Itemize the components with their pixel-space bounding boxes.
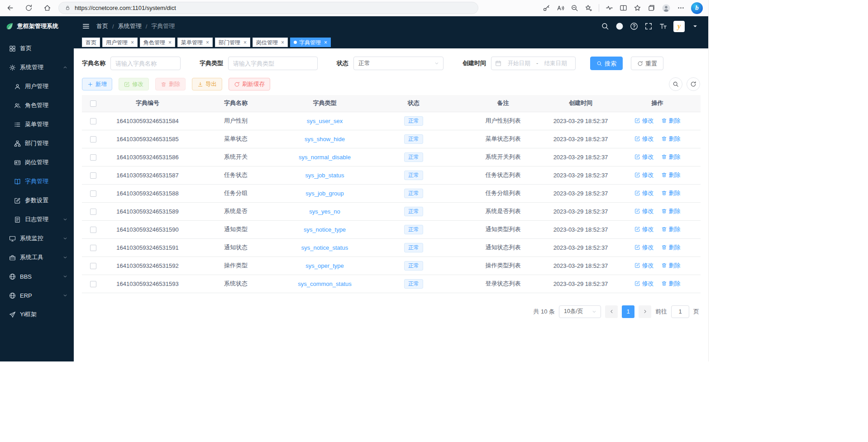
close-tab-icon[interactable]: × [324, 40, 327, 45]
header-search-icon[interactable] [601, 22, 609, 30]
fullscreen-icon[interactable] [644, 22, 653, 30]
back-icon[interactable] [6, 4, 14, 12]
row-edit-link[interactable]: 修改 [634, 117, 654, 125]
breadcrumb-system[interactable]: 系统管理 [118, 22, 142, 30]
close-tab-icon[interactable]: × [243, 40, 247, 45]
date-end-placeholder[interactable]: 结束日期 [539, 60, 572, 67]
bing-copilot-icon[interactable]: b [691, 2, 703, 14]
current-page-button[interactable]: 1 [622, 305, 634, 318]
dict-type-link[interactable]: sys_oper_type [305, 262, 344, 269]
profile-avatar-icon[interactable] [662, 4, 671, 13]
dict-type-link[interactable]: sys_job_status [305, 172, 344, 179]
row-edit-link[interactable]: 修改 [634, 280, 654, 288]
user-avatar[interactable]: y [673, 21, 685, 32]
tab-home[interactable]: 首页 [82, 38, 100, 47]
tab-menu[interactable]: 菜单管理× [177, 38, 213, 47]
row-checkbox[interactable] [90, 263, 96, 269]
reload-icon[interactable] [25, 4, 33, 12]
zoom-icon[interactable] [571, 4, 578, 12]
collapse-sidebar-icon[interactable] [82, 22, 90, 30]
refresh-cache-button[interactable]: 刷新缓存 [229, 78, 270, 90]
dict-type-link[interactable]: sys_common_status [298, 280, 352, 287]
font-size-icon[interactable] [659, 22, 667, 30]
browser-essentials-icon[interactable] [606, 4, 613, 12]
row-edit-link[interactable]: 修改 [634, 207, 654, 215]
row-checkbox[interactable] [90, 190, 96, 197]
close-tab-icon[interactable]: × [206, 40, 209, 45]
close-tab-icon[interactable]: × [131, 40, 134, 45]
reset-button[interactable]: 重置 [631, 57, 663, 70]
row-checkbox[interactable] [90, 118, 96, 124]
more-menu-icon[interactable] [677, 4, 685, 12]
row-delete-link[interactable]: 删除 [661, 117, 681, 125]
sidebar-item-system[interactable]: 系统管理 [0, 58, 74, 77]
breadcrumb-home[interactable]: 首页 [96, 22, 108, 30]
row-checkbox[interactable] [90, 209, 96, 215]
dict-type-input[interactable] [228, 57, 318, 70]
row-delete-link[interactable]: 删除 [661, 153, 681, 161]
add-button[interactable]: 新增 [82, 78, 112, 90]
row-edit-link[interactable]: 修改 [634, 225, 654, 233]
search-button[interactable]: 搜索 [590, 57, 623, 70]
sidebar-item-home[interactable]: 首页 [0, 39, 74, 58]
dict-type-link[interactable]: sys_job_group [305, 190, 344, 197]
close-tab-icon[interactable]: × [168, 40, 172, 45]
sidebar-item-yi[interactable]: Yi框架 [0, 305, 74, 324]
dict-type-link[interactable]: sys_notice_status [301, 244, 348, 251]
sidebar-item-param[interactable]: 参数设置 [0, 191, 74, 210]
dict-name-input[interactable] [110, 57, 181, 70]
address-bar[interactable]: https://ccnetcore.com:1101/system/dict [58, 2, 478, 14]
read-aloud-icon[interactable] [557, 4, 564, 12]
sidebar-item-monitor[interactable]: 系统监控 [0, 229, 74, 248]
row-checkbox[interactable] [90, 245, 96, 251]
delete-button[interactable]: 删除 [155, 78, 186, 90]
avatar-caret-icon[interactable] [691, 22, 699, 30]
sidebar-item-bbs[interactable]: BBS [0, 267, 74, 286]
row-delete-link[interactable]: 删除 [661, 225, 681, 233]
row-edit-link[interactable]: 修改 [634, 189, 654, 197]
row-edit-link[interactable]: 修改 [634, 243, 654, 252]
sidebar-item-user[interactable]: 用户管理 [0, 77, 74, 96]
dict-type-link[interactable]: sys_notice_type [304, 226, 346, 233]
date-start-placeholder[interactable]: 开始日期 [503, 60, 535, 67]
row-edit-link[interactable]: 修改 [634, 153, 654, 161]
tab-post[interactable]: 岗位管理× [253, 38, 288, 47]
row-delete-link[interactable]: 删除 [661, 243, 681, 252]
row-checkbox[interactable] [90, 227, 96, 233]
sidebar-item-log[interactable]: 日志管理 [0, 210, 74, 229]
row-delete-link[interactable]: 删除 [661, 171, 681, 179]
split-screen-icon[interactable] [620, 4, 627, 12]
row-delete-link[interactable]: 删除 [661, 189, 681, 197]
date-range-picker[interactable]: 开始日期 - 结束日期 [491, 57, 576, 70]
row-delete-link[interactable]: 删除 [661, 207, 681, 215]
sidebar-item-role[interactable]: 角色管理 [0, 96, 74, 115]
sidebar-item-post[interactable]: 岗位管理 [0, 153, 74, 172]
row-edit-link[interactable]: 修改 [634, 261, 654, 270]
tab-role[interactable]: 角色管理× [140, 38, 175, 47]
row-delete-link[interactable]: 删除 [661, 261, 681, 270]
sidebar-item-dict[interactable]: 字典管理 [0, 172, 74, 191]
dict-type-link[interactable]: sys_user_sex [307, 118, 343, 124]
row-delete-link[interactable]: 删除 [661, 135, 681, 143]
select-all-checkbox[interactable] [90, 100, 96, 107]
row-checkbox[interactable] [90, 172, 96, 179]
favorites-icon[interactable] [634, 4, 641, 12]
row-checkbox[interactable] [90, 281, 96, 287]
tab-user[interactable]: 用户管理× [102, 38, 138, 47]
row-delete-link[interactable]: 删除 [661, 280, 681, 288]
sidebar-item-dept[interactable]: 部门管理 [0, 134, 74, 153]
toggle-search-button[interactable] [669, 77, 682, 91]
sidebar-item-menu[interactable]: 菜单管理 [0, 115, 74, 134]
tab-dept[interactable]: 部门管理× [215, 38, 250, 47]
url-text[interactable]: https://ccnetcore.com:1101/system/dict [75, 5, 176, 11]
collections-icon[interactable] [648, 4, 655, 12]
status-select[interactable]: 正常 [353, 57, 444, 70]
refresh-table-button[interactable] [687, 77, 700, 91]
row-edit-link[interactable]: 修改 [634, 171, 654, 179]
sidebar-item-erp[interactable]: ERP [0, 286, 74, 305]
add-favorite-icon[interactable] [585, 4, 592, 12]
home-icon[interactable] [43, 4, 51, 12]
row-checkbox[interactable] [90, 154, 96, 161]
close-tab-icon[interactable]: × [281, 40, 284, 45]
edit-button[interactable]: 修改 [119, 78, 149, 90]
